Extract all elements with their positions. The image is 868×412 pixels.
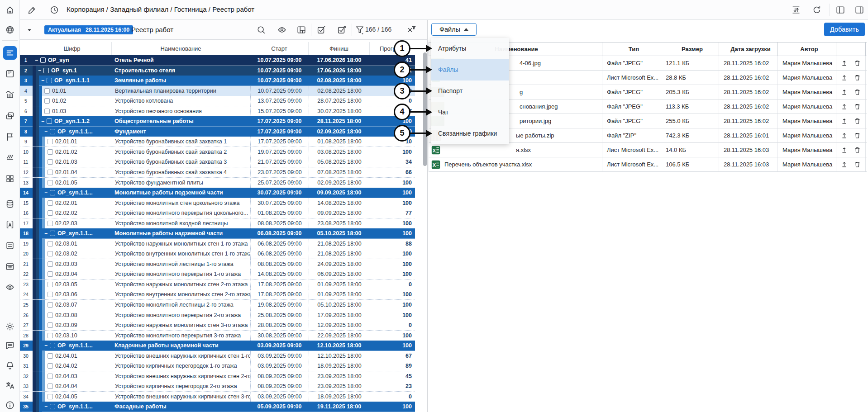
refresh-icon[interactable] — [811, 4, 823, 16]
menu-item-чат[interactable]: Чат — [431, 101, 509, 123]
table-row[interactable]: 3102.04.02Устройство кирпичных перегород… — [19, 361, 415, 371]
sidebar-item-database[interactable] — [3, 197, 17, 211]
sidebar-item-kanban[interactable] — [3, 67, 17, 81]
row-checkbox[interactable] — [48, 210, 53, 216]
row-checkbox[interactable] — [48, 159, 53, 165]
table-row[interactable]: 2002.03.02Устройство внутренних монолитн… — [19, 249, 415, 259]
row-checkbox[interactable] — [48, 292, 53, 297]
table-row[interactable]: 1202.01.04Устройство буронабивных свай з… — [19, 167, 415, 178]
row-checkbox[interactable] — [50, 129, 55, 134]
table-row[interactable]: 2−OP_syn.1Строительство отеля10.07.2025 … — [19, 66, 415, 76]
row-checkbox[interactable] — [50, 231, 55, 236]
row-checkbox[interactable] — [47, 78, 52, 83]
row-checkbox[interactable] — [43, 68, 49, 73]
sidebar-item-home[interactable] — [3, 3, 17, 17]
table-row[interactable]: 18−OP_syn.1.1...Монолитные работы надзем… — [19, 228, 415, 239]
layout-panel-icon[interactable] — [296, 24, 307, 36]
sidebar-item-modules-grid[interactable] — [3, 172, 17, 185]
table-row[interactable]: 2402.03.06Устройство внутренних монолитн… — [19, 289, 415, 300]
menu-item-паспорт[interactable]: Паспорт — [431, 81, 509, 102]
trash-icon[interactable] — [854, 117, 861, 125]
table-row[interactable]: 2302.03.05Устройство наружных монолитных… — [19, 279, 415, 290]
files-dropdown-button[interactable]: Файлы — [431, 23, 477, 36]
table-row[interactable]: 902.01.01Устройство буронабивных свай за… — [19, 137, 415, 147]
upload-icon[interactable] — [840, 74, 848, 81]
table-row[interactable]: 2702.03.09Устройство наружных монолитных… — [19, 320, 415, 331]
edit-icon[interactable] — [26, 4, 38, 16]
sidebar-item-globe[interactable] — [3, 23, 17, 37]
row-checkbox[interactable] — [48, 363, 53, 369]
split-view-icon[interactable] — [835, 4, 846, 16]
row-checkbox[interactable] — [48, 394, 53, 399]
file-row[interactable]: XПеречень объектов участка.xlsxЛист Micr… — [429, 157, 867, 172]
trash-icon[interactable] — [854, 103, 861, 110]
row-checkbox[interactable] — [48, 282, 53, 287]
row-checkbox[interactable] — [48, 170, 53, 175]
menu-item-файлы[interactable]: Файлы — [431, 59, 509, 81]
row-checkbox[interactable] — [48, 251, 53, 256]
table-row[interactable]: 1302.01.05Устройство фундаментной плиты2… — [19, 178, 415, 188]
column-header-name[interactable]: Наименование — [112, 42, 250, 55]
table-row[interactable]: 35−OP_syn.1.1...Фасадные работы05.09.202… — [19, 402, 415, 412]
table-row[interactable]: 601.03Устройство песчаного основания15.0… — [19, 106, 415, 117]
row-checkbox[interactable] — [48, 302, 53, 308]
sidebar-item-hatching[interactable] — [3, 151, 17, 164]
chevron-down-icon[interactable] — [25, 24, 33, 36]
trash-icon[interactable] — [854, 132, 861, 139]
upload-icon[interactable] — [840, 59, 848, 67]
table-row[interactable]: 1−OP_synОтель Речной10.07.2025 09:0017.0… — [19, 55, 415, 66]
table-row[interactable]: 1002.01.02Устройство буронабивных свай з… — [19, 147, 415, 157]
row-checkbox[interactable] — [50, 343, 55, 348]
checkbox-check-icon[interactable] — [315, 24, 327, 36]
version-badge[interactable]: Актуальная — [44, 25, 85, 34]
collapse-icon[interactable]: − — [41, 118, 44, 124]
collapse-icon[interactable]: − — [44, 230, 48, 237]
upload-icon[interactable] — [840, 146, 848, 154]
sidebar-item-info[interactable] — [3, 398, 17, 412]
menu-item-атрибуты[interactable]: Атрибуты — [431, 38, 509, 59]
sidebar-item-calendar[interactable] — [3, 260, 17, 273]
search-icon[interactable] — [255, 24, 267, 36]
table-row[interactable]: 3402.04.05Устройство внешних наружных ки… — [19, 392, 415, 402]
row-checkbox[interactable] — [50, 404, 55, 409]
row-checkbox[interactable] — [48, 149, 53, 155]
file-column-type[interactable]: Тип — [602, 43, 661, 56]
table-row[interactable]: 2102.03.03Устройство монолитной лестницы… — [19, 259, 415, 270]
collapse-icon[interactable]: − — [35, 57, 38, 63]
table-row[interactable]: 2502.03.07Устройство монолитной лестницы… — [19, 300, 415, 310]
sidebar-item-comments[interactable] — [3, 339, 17, 352]
menu-item-связанные-графики[interactable]: Связанные графики — [431, 123, 509, 144]
row-checkbox[interactable] — [48, 384, 53, 389]
sidebar-item-gantt-list[interactable] — [3, 46, 17, 60]
table-row[interactable]: 3302.04.04Устройство кирпичных перегород… — [19, 381, 415, 392]
row-checkbox[interactable] — [48, 200, 53, 206]
filter-icon[interactable] — [354, 24, 366, 36]
collapse-icon[interactable]: − — [41, 77, 44, 84]
row-checkbox[interactable] — [48, 221, 53, 226]
sidebar-item-flag[interactable] — [3, 130, 17, 143]
collapse-icon[interactable]: − — [44, 403, 48, 410]
trash-icon[interactable] — [854, 74, 861, 81]
table-row[interactable]: 7−OP_syn.1.1.2Общестроительные работы17.… — [19, 116, 415, 127]
row-checkbox[interactable] — [47, 118, 52, 124]
row-checkbox[interactable] — [48, 313, 53, 318]
file-column-author[interactable]: Автор — [778, 43, 836, 56]
trash-icon[interactable] — [854, 161, 861, 168]
collapse-icon[interactable]: − — [38, 67, 41, 74]
upload-icon[interactable] — [840, 88, 848, 96]
collapse-icon[interactable]: − — [44, 342, 48, 349]
table-row[interactable]: 1602.02.02Устройство монолитного перекры… — [19, 208, 415, 218]
checkbox-x-icon[interactable] — [336, 24, 348, 36]
sidebar-item-histogram[interactable] — [3, 88, 17, 101]
add-file-button[interactable]: Добавить — [824, 23, 865, 36]
file-column-date[interactable]: Дата загрузки — [719, 43, 778, 56]
row-checkbox[interactable] — [44, 109, 50, 114]
sort-order-icon[interactable] — [790, 4, 802, 16]
sidebar-item-brightness[interactable] — [3, 320, 17, 333]
trash-icon[interactable] — [854, 146, 861, 154]
row-checkbox[interactable] — [48, 322, 53, 328]
table-row[interactable]: 401.01Вертикальная планировка территории… — [19, 86, 415, 96]
clock-icon[interactable] — [48, 4, 60, 16]
row-checkbox[interactable] — [48, 333, 53, 338]
table-row[interactable]: 14−OP_syn.1.1...Монолитные работы подзем… — [19, 188, 415, 198]
